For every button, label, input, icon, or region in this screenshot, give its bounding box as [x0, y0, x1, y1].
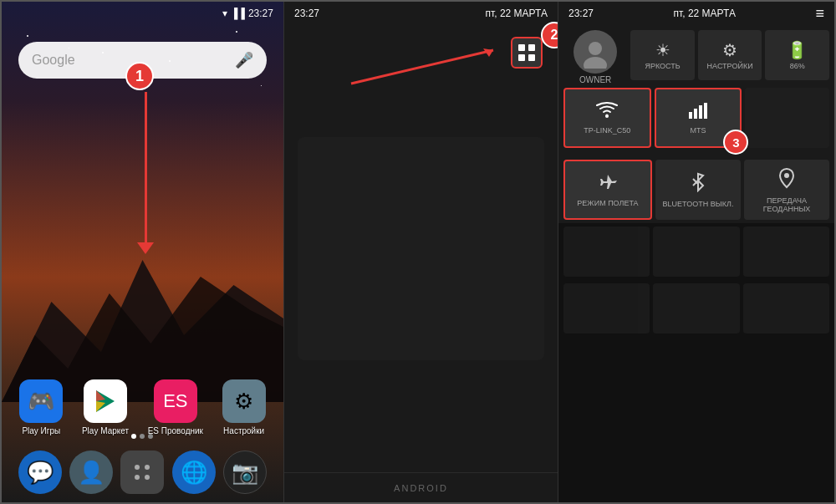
date-3: пт, 22 МАРТА: [674, 8, 736, 19]
app-play-games[interactable]: 🎮 Play Игры: [19, 379, 63, 435]
airplane-tile-label: РЕЖИМ ПОЛЕТА: [577, 200, 638, 208]
qs-tiles-row1: TP-LINK_C50 MTS 3: [558, 84, 834, 151]
mts-tile-label: MTS: [691, 127, 706, 135]
svg-rect-21: [704, 103, 707, 119]
step1-circle: 1: [125, 62, 154, 90]
status-bar-3: 23:27 пт, 22 МАРТА ≡: [558, 2, 834, 25]
brightness-icon: ☀: [655, 40, 670, 60]
app-settings[interactable]: ⚙ Настройки: [222, 379, 266, 435]
empty-recent-area: [298, 137, 543, 361]
svg-rect-12: [528, 54, 535, 61]
android-label: ANDROID: [394, 483, 448, 493]
battery-icon: 🔋: [787, 40, 808, 60]
qs-tiles-row2: РЕЖИМ ПОЛЕТА BLUETOOTH ВЫКЛ.: [558, 151, 834, 223]
step3-circle: 3: [723, 130, 748, 155]
dot: [131, 434, 136, 439]
date-2: пт, 22 МАРТА: [486, 8, 548, 19]
dot: [140, 434, 145, 439]
svg-rect-18: [689, 112, 692, 119]
settings-qs-icon: ⚙: [722, 40, 737, 60]
qs-tile-location[interactable]: ПЕРЕДАЧА ГЕОДАННЫХ: [744, 160, 829, 220]
svg-point-17: [605, 115, 609, 118]
username-label: OWNER: [579, 75, 611, 84]
qs-top-section: OWNER ☀ ЯРКОСТЬ ⚙ НАСТРОЙКИ 🔋 86%: [558, 25, 834, 84]
bluetooth-tile-label: BLUETOOTH ВЫКЛ.: [663, 201, 734, 209]
panel-home-screen: ▾ ▐▐ 23:27 Google 🎤 1: [2, 2, 284, 502]
search-text: Google: [32, 53, 75, 68]
svg-point-22: [784, 173, 789, 178]
airplane-tile-icon: [597, 173, 619, 196]
hamburger-menu-icon[interactable]: ≡: [815, 5, 824, 23]
play-games-icon: 🎮: [19, 379, 63, 423]
mountain-bg: [2, 235, 283, 402]
svg-point-15: [589, 42, 602, 55]
qs-tile-brightness[interactable]: ☀ ЯРКОСТЬ: [630, 30, 695, 80]
qs-tile-bluetooth[interactable]: BLUETOOTH ВЫКЛ.: [655, 160, 741, 220]
apps-grid-button[interactable]: [511, 37, 543, 69]
apps-row: 🎮 Play Игры Play Маркет ES ES Проводник …: [2, 379, 283, 435]
recent-apps-body: 2: [284, 25, 558, 472]
svg-rect-20: [699, 105, 702, 119]
svg-rect-10: [528, 44, 535, 51]
bluetooth-tile-icon: [691, 172, 706, 197]
svg-point-16: [584, 57, 607, 69]
dock-browser[interactable]: 🌐: [172, 451, 216, 494]
qs-tile-mts[interactable]: MTS 3: [655, 88, 742, 148]
settings-icon: ⚙: [222, 379, 266, 423]
qs-tile-wifi[interactable]: TP-LINK_C50: [563, 88, 651, 148]
dot-indicator: [2, 430, 283, 442]
dot: [148, 434, 153, 439]
qs-tile-battery: 🔋 86%: [765, 30, 829, 80]
qs-tile-empty1: [745, 88, 829, 148]
play-market-icon: [84, 379, 127, 423]
mic-icon[interactable]: 🎤: [235, 51, 253, 69]
battery-label: 86%: [790, 62, 805, 70]
user-avatar: [573, 30, 617, 74]
time-3: 23:27: [568, 8, 594, 19]
location-tile-label: ПЕРЕДАЧА ГЕОДАННЫХ: [747, 197, 826, 214]
svg-point-7: [135, 475, 140, 480]
signal-tile-icon: [687, 102, 709, 124]
svg-rect-9: [518, 44, 525, 51]
time-2: 23:27: [294, 8, 319, 19]
dock-messages[interactable]: 💬: [18, 451, 62, 494]
app-es-explorer[interactable]: ES ES Проводник: [148, 379, 203, 435]
svg-rect-11: [518, 54, 525, 61]
panel-recent-apps: 23:27 пт, 22 МАРТА 2: [284, 2, 558, 502]
screenshot-container: ▾ ▐▐ 23:27 Google 🎤 1: [0, 0, 836, 504]
qs-user-section: OWNER: [563, 30, 627, 84]
panel-quick-settings: 23:27 пт, 22 МАРТА ≡ OWNER ☀ ЯРКОСТЬ: [558, 2, 834, 502]
qs-faded-row2: [558, 280, 834, 337]
location-tile-icon: [778, 167, 795, 194]
svg-point-8: [145, 475, 150, 480]
dock-apps[interactable]: [120, 451, 164, 494]
settings-qs-label: НАСТРОЙКИ: [707, 62, 753, 70]
dock-contacts[interactable]: 👤: [69, 451, 113, 494]
step1-arrow: [137, 92, 154, 254]
svg-rect-19: [694, 109, 697, 119]
status-bar-2: 23:27 пт, 22 МАРТА: [284, 2, 558, 25]
qs-tile-settings[interactable]: ⚙ НАСТРОЙКИ: [698, 30, 762, 80]
svg-point-5: [135, 465, 140, 470]
step2-arrow: [326, 42, 518, 92]
app-play-market[interactable]: Play Маркет: [82, 379, 129, 435]
svg-line-13: [351, 50, 493, 84]
qs-bottom-area: [558, 223, 834, 502]
dock-camera[interactable]: 📷: [223, 451, 267, 494]
qs-tile-airplane[interactable]: РЕЖИМ ПОЛЕТА: [563, 160, 652, 220]
es-icon: ES: [154, 379, 197, 423]
qs-faded-row1: [558, 223, 834, 280]
brightness-label: ЯРКОСТЬ: [645, 62, 680, 70]
dock-row: 💬 👤 🌐 📷: [2, 451, 283, 494]
wifi-tile-icon: [596, 102, 618, 124]
step2-circle: 2: [541, 22, 558, 48]
wifi-tile-label: TP-LINK_C50: [584, 127, 630, 135]
svg-point-6: [145, 465, 150, 470]
recent-apps-footer: ANDROID: [284, 472, 558, 502]
